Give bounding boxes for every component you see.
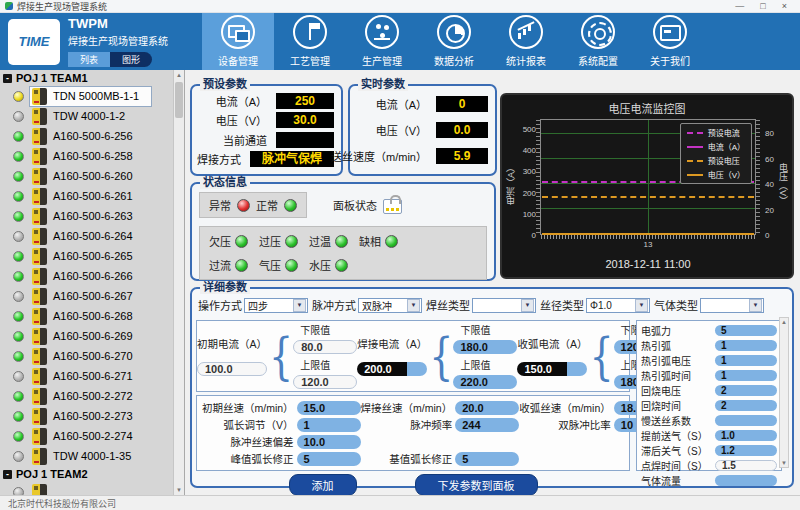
device-label: A160-500-2-274 [53, 430, 133, 442]
device-tree-sidebar: - POJ 1 TEAM1 TDN 5000MB-1-1 [0, 70, 185, 495]
operation-mode-select[interactable]: 四步 ▼ [244, 298, 308, 313]
chevron-down-icon[interactable]: ▼ [521, 299, 534, 312]
tree-group-team2[interactable]: - POJ 1 TEAM2 [0, 466, 184, 482]
chevron-down-icon[interactable]: ▼ [407, 299, 420, 312]
device-tree-item[interactable]: A160-500-6-268 [0, 306, 184, 326]
current-value-input[interactable]: 150.0 [517, 362, 587, 376]
arc-param-input[interactable]: 2 [715, 385, 777, 396]
upper-limit-input[interactable]: 120.0 [293, 375, 357, 389]
scroll-down-icon[interactable]: ▼ [781, 460, 787, 466]
nav-item[interactable]: 系统配置 [562, 13, 634, 70]
device-tree-item[interactable]: A160-500-2-274 [0, 426, 184, 446]
lower-limit-input[interactable]: 180.0 [453, 340, 517, 354]
device-tree-item[interactable]: A160-500-6-263 [0, 206, 184, 226]
arc-param-input[interactable]: 5 [715, 325, 777, 336]
device-tree-item[interactable]: A160-500-6-261 [0, 186, 184, 206]
arc-param-input[interactable]: 1 [715, 355, 777, 366]
tree-group-team1[interactable]: - POJ 1 TEAM1 [0, 70, 184, 86]
wire-type-select[interactable]: ▼ [472, 298, 536, 313]
device-status-led [13, 331, 24, 342]
speed-param-input[interactable]: 10.0 [297, 435, 361, 449]
minimize-button[interactable]: — [735, 0, 744, 13]
device-tree-item[interactable]: A160-500-2-273 [0, 406, 184, 426]
nav-item[interactable]: 生产管理 [346, 13, 418, 70]
device-tree-item[interactable]: A160-500-6-270 [0, 346, 184, 366]
legend-entry: 电压（V） [687, 169, 745, 180]
scroll-up-icon[interactable]: ▲ [176, 72, 182, 78]
send-params-button[interactable]: 下发参数到面板 [415, 474, 538, 496]
speed-param-input[interactable]: 244 [455, 418, 519, 432]
scrollbar-thumb[interactable] [175, 82, 183, 118]
nav-item[interactable]: 数据分析 [418, 13, 490, 70]
add-button[interactable]: 添加 [289, 474, 357, 496]
current-settings-box: 初期电流（A） 100.0 { 下限值 80.0 上限值 [196, 320, 630, 392]
list-view-button[interactable]: 列表 [68, 52, 110, 67]
upper-limit-input[interactable]: 220.0 [453, 375, 517, 389]
gas-type-select[interactable]: ▼ [700, 298, 764, 313]
speed-param-input[interactable]: 20.0 [455, 401, 519, 415]
chevron-down-icon[interactable]: ▼ [635, 299, 648, 312]
device-tree-item[interactable]: A160-500-2-272 [0, 386, 184, 406]
arc-param-input[interactable]: 1 [715, 370, 777, 381]
device-tree-item[interactable]: A160-500-6-264 [0, 226, 184, 246]
arc-param-input[interactable]: 1.2 [715, 445, 777, 456]
arc-param-input[interactable] [715, 475, 777, 486]
device-tree-item[interactable]: TDN 5000MB-1-1 [0, 86, 184, 106]
tick-label: 100 [523, 210, 536, 219]
speed-param-input[interactable]: 1 [297, 418, 361, 432]
chevron-down-icon[interactable]: ▼ [293, 299, 306, 312]
current-value-input[interactable]: 200.0 [357, 362, 427, 376]
legend-swatch [687, 146, 703, 148]
device-tree-item-partial[interactable] [0, 482, 184, 495]
tick-label: 0 [765, 231, 769, 240]
speed-param-input[interactable]: 15.0 [297, 401, 361, 415]
dropdown-label: 操作方式 [198, 297, 242, 313]
collapse-icon[interactable]: - [3, 74, 12, 83]
speed-param-input[interactable]: 5 [297, 452, 361, 466]
nav-item[interactable]: 设备管理 [202, 13, 274, 70]
arc-param-input[interactable]: 2 [715, 400, 777, 411]
wire-diameter-select[interactable]: Φ1.0 ▼ [586, 298, 650, 313]
device-label: TDN 5000MB-1-1 [53, 90, 139, 102]
device-status-led [13, 191, 24, 202]
nav-item[interactable]: 统计报表 [490, 13, 562, 70]
current-label: 初期电流（A） [197, 336, 267, 351]
device-status-led [13, 371, 24, 382]
pulse-mode-select[interactable]: 双脉冲 ▼ [358, 298, 422, 313]
arc-param-input[interactable]: 1 [715, 340, 777, 351]
lower-limit-input[interactable]: 80.0 [293, 340, 357, 354]
window-title: 焊接生产现场管理系统 [17, 0, 107, 13]
nav-item[interactable]: 工艺管理 [274, 13, 346, 70]
device-tree-item[interactable]: A160-500-6-266 [0, 266, 184, 286]
speed-param-input[interactable]: 5 [455, 452, 519, 466]
device-tree-item[interactable]: A160-500-6-267 [0, 286, 184, 306]
scroll-down-icon[interactable]: ▼ [176, 487, 182, 493]
current-value-input[interactable]: 100.0 [197, 362, 267, 376]
close-button[interactable]: × [782, 0, 787, 13]
scroll-up-icon[interactable]: ▲ [781, 319, 787, 325]
maximize-button[interactable]: □ [760, 0, 765, 13]
dropdown-group: 焊丝类型 ▼ [426, 297, 536, 313]
device-tree-item[interactable]: A160-500-6-256 [0, 126, 184, 146]
sidebar-scrollbar[interactable]: ▲ ▼ [173, 70, 184, 495]
preset-value-display: 250 [276, 93, 334, 109]
device-status-led [13, 311, 24, 322]
graphic-view-button[interactable]: 图形 [110, 52, 152, 67]
device-tree-item[interactable]: A160-500-6-269 [0, 326, 184, 346]
statistics-report-icon [509, 15, 543, 49]
dropdown-label: 脉冲方式 [312, 297, 356, 313]
arc-param-input[interactable]: 1.5 [715, 460, 777, 471]
device-tree-item[interactable]: A160-500-6-260 [0, 166, 184, 186]
chevron-down-icon[interactable]: ▼ [749, 299, 762, 312]
arc-param-input[interactable] [715, 415, 777, 426]
device-label: A160-500-6-266 [53, 270, 133, 282]
device-tree-item[interactable]: A160-500-6-258 [0, 146, 184, 166]
device-tree-item[interactable]: TDW 4000-1-2 [0, 106, 184, 126]
device-tree-item[interactable]: TDW 4000-1-35 [0, 446, 184, 466]
nav-item[interactable]: 关于我们 [634, 13, 706, 70]
collapse-icon[interactable]: - [3, 470, 12, 479]
device-tree-item[interactable]: A160-500-6-271 [0, 366, 184, 386]
arc-param-input[interactable]: 1.0 [715, 430, 777, 441]
details-scrollbar[interactable]: ▲ ▼ [779, 317, 789, 468]
device-tree-item[interactable]: A160-500-6-265 [0, 246, 184, 266]
